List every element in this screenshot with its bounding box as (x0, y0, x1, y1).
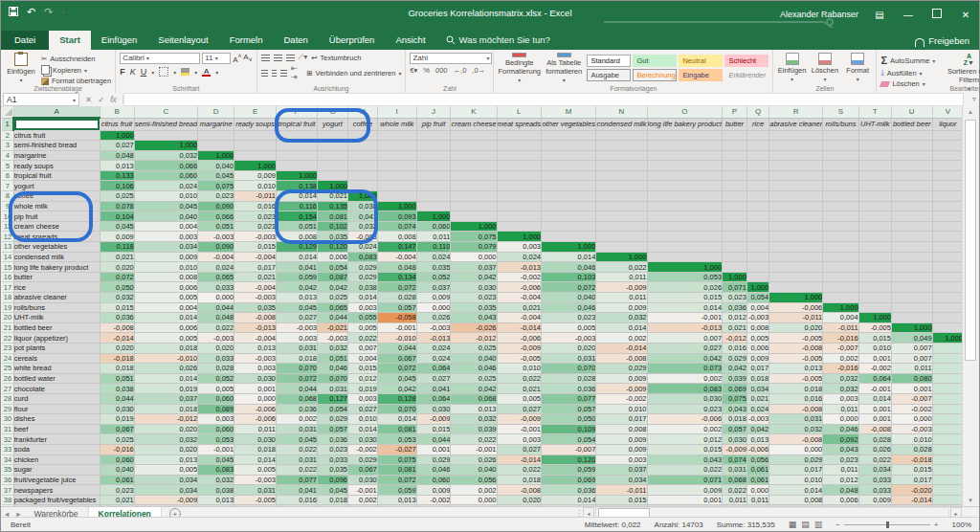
style-eingabe[interactable]: Eingabe (679, 69, 723, 81)
enter-icon[interactable]: ✓ (98, 95, 104, 104)
matrix-cell[interactable]: -0,008 (769, 343, 823, 353)
matrix-cell[interactable]: 0,016 (723, 343, 747, 353)
matrix-cell[interactable] (134, 130, 197, 141)
matrix-cell[interactable] (348, 130, 378, 141)
indent-icons[interactable]: ⇤ ⇥ (291, 64, 302, 81)
matrix-cell[interactable] (891, 242, 932, 253)
matrix-cell[interactable]: 0,011 (823, 404, 858, 414)
matrix-cell[interactable]: -0,008 (769, 404, 823, 414)
matrix-cell[interactable]: 0,010 (234, 181, 277, 191)
matrix-cell[interactable]: -0,018 (100, 353, 134, 364)
matrix-cell[interactable]: 0,001 (647, 495, 723, 505)
row-label[interactable]: condensed milk (13, 252, 100, 262)
matrix-cell[interactable] (932, 141, 963, 151)
matrix-cell[interactable] (823, 232, 858, 242)
matrix-cell[interactable]: 0,032 (134, 434, 197, 445)
matrix-cell[interactable] (746, 181, 768, 191)
matrix-cell[interactable]: 0,120 (541, 454, 595, 465)
matrix-cell[interactable]: -0,008 (497, 485, 541, 496)
row-number-4[interactable]: 4 (2, 150, 13, 161)
matrix-cell[interactable]: 0,029 (723, 353, 747, 364)
matrix-cell[interactable]: 0,061 (100, 475, 134, 485)
row-label[interactable]: cream cheese (13, 221, 100, 232)
matrix-cell[interactable]: -0,003 (234, 475, 277, 485)
matrix-cell[interactable]: 0,031 (769, 414, 823, 425)
row-label[interactable]: coffee (13, 191, 100, 202)
matrix-cell[interactable]: 0,009 (100, 232, 134, 242)
matrix-cell[interactable]: 0,022 (348, 333, 378, 344)
matrix-cell[interactable]: 0,030 (234, 434, 277, 445)
matrix-cell[interactable]: 0,037 (596, 465, 647, 476)
matrix-cell[interactable]: -0,009 (497, 343, 541, 353)
matrix-cell[interactable]: -0,002 (596, 393, 647, 404)
paste-button[interactable]: Einfügen▾ (5, 53, 37, 83)
matrix-cell[interactable] (858, 211, 891, 222)
matrix-cell[interactable]: -0,003 (318, 333, 348, 344)
matrix-cell[interactable]: 0,081 (318, 211, 348, 222)
matrix-cell[interactable] (891, 272, 932, 282)
matrix-cell[interactable]: 0,060 (416, 221, 451, 232)
matrix-cell[interactable]: 0,003 (348, 393, 378, 404)
page-layout-view-icon[interactable]: ▤ (801, 520, 810, 529)
matrix-cell[interactable] (596, 161, 647, 171)
autosum-button[interactable]: ΣAutoSumme▾ (880, 55, 940, 66)
matrix-cell[interactable] (858, 252, 891, 262)
matrix-cell[interactable]: 0,035 (318, 232, 348, 242)
matrix-cell[interactable] (891, 232, 932, 242)
matrix-cell[interactable]: 0,118 (100, 242, 134, 253)
row-number-10[interactable]: 10 (2, 211, 13, 222)
matrix-cell[interactable]: 0,009 (858, 495, 891, 505)
matrix-cell[interactable]: -0,005 (769, 353, 823, 364)
matrix-cell[interactable]: 0,045 (198, 454, 234, 465)
column-header-cell[interactable]: condensed milk (596, 118, 647, 130)
row-number-19[interactable]: 19 (2, 302, 13, 313)
row-number-3[interactable]: 3 (2, 141, 13, 151)
matrix-cell[interactable] (451, 191, 497, 202)
col-letter-F[interactable]: F (277, 106, 318, 118)
matrix-cell[interactable] (451, 170, 497, 181)
matrix-cell[interactable]: 0,046 (318, 364, 348, 374)
matrix-cell[interactable]: 0,023 (198, 191, 234, 202)
matrix-cell[interactable]: 0,034 (134, 485, 197, 496)
matrix-cell[interactable]: 0,006 (823, 495, 858, 505)
matrix-cell[interactable] (823, 170, 858, 181)
matrix-cell[interactable]: 0,042 (377, 384, 416, 394)
matrix-cell[interactable]: 0,010 (858, 343, 891, 353)
matrix-cell[interactable] (858, 130, 891, 141)
matrix-cell[interactable]: 0,005 (134, 465, 197, 476)
matrix-cell[interactable] (596, 130, 647, 141)
matrix-cell[interactable]: 0,066 (198, 211, 234, 222)
matrix-cell[interactable]: 0,013 (451, 404, 497, 414)
matrix-cell[interactable] (746, 130, 768, 141)
matrix-cell[interactable]: 0,008 (377, 232, 416, 242)
row-label[interactable]: beef (13, 424, 100, 434)
col-letter-N[interactable]: N (596, 106, 647, 118)
matrix-cell[interactable]: 0,032 (596, 313, 647, 323)
matrix-cell[interactable] (451, 130, 497, 141)
matrix-cell[interactable] (769, 141, 823, 151)
matrix-cell[interactable]: 0,014 (134, 373, 197, 384)
matrix-cell[interactable]: 0,018 (746, 373, 768, 384)
matrix-cell[interactable]: 0,018 (100, 364, 134, 374)
matrix-cell[interactable]: 0,106 (100, 181, 134, 191)
matrix-cell[interactable] (823, 141, 858, 151)
matrix-cell[interactable]: 0,019 (348, 384, 378, 394)
matrix-cell[interactable]: 0,012 (647, 434, 723, 445)
matrix-cell[interactable] (596, 201, 647, 211)
matrix-cell[interactable]: -0,021 (318, 322, 348, 333)
matrix-cell[interactable]: 1,000 (891, 322, 932, 333)
matrix-cell[interactable] (823, 221, 858, 232)
matrix-cell[interactable]: 0,004 (823, 313, 858, 323)
matrix-cell[interactable] (891, 130, 932, 141)
matrix-cell[interactable]: 1,000 (858, 313, 891, 323)
row-number-34[interactable]: 34 (2, 454, 13, 465)
row-label[interactable]: curd (13, 393, 100, 404)
matrix-cell[interactable]: 0,022 (277, 465, 318, 476)
matrix-cell[interactable]: -0,011 (823, 322, 858, 333)
matrix-cell[interactable]: 0,046 (541, 262, 595, 273)
matrix-cell[interactable]: 1,000 (348, 191, 378, 202)
matrix-cell[interactable]: 0,043 (723, 404, 747, 414)
column-header-cell[interactable]: long life bakery product (647, 118, 723, 130)
zoom-thumb[interactable] (886, 521, 889, 528)
matrix-cell[interactable] (234, 141, 277, 151)
